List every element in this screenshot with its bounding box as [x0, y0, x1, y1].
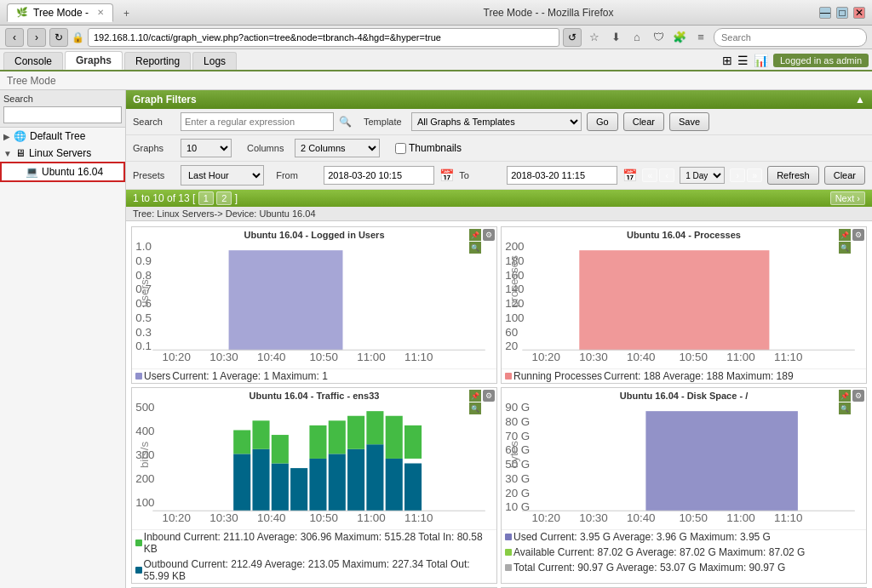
browser-tab[interactable]: 🌿 Tree Mode - ✕: [7, 3, 113, 22]
legend-current-1: Current: 188 Average: 188 Maximum: 189: [604, 370, 794, 382]
svg-text:10:40: 10:40: [257, 351, 285, 363]
chart-icon[interactable]: 📊: [754, 54, 768, 67]
chart-actions-1: 📌 🔍: [839, 229, 851, 254]
tree-path-label: Tree: Linux Servers-> Device: Ubuntu 16.…: [126, 207, 872, 221]
next-page-button[interactable]: Next ›: [830, 191, 865, 205]
prev-prev-button[interactable]: «: [642, 168, 657, 182]
graph-filters-header: Graph Filters ▲: [126, 90, 872, 109]
menu-icon[interactable]: ≡: [691, 28, 710, 47]
sidebar-item-linux-servers[interactable]: ▼ 🖥 Linux Servers: [0, 145, 125, 162]
clear2-button[interactable]: Clear: [824, 166, 865, 185]
from-date-input[interactable]: [324, 166, 434, 185]
go-button[interactable]: Go: [587, 112, 618, 131]
pin-btn-2[interactable]: 📌: [469, 390, 481, 402]
template-label: Template: [364, 117, 406, 127]
calendar-to-icon[interactable]: 📅: [622, 168, 637, 182]
close-button[interactable]: ✕: [853, 7, 865, 19]
svg-text:400: 400: [135, 425, 154, 437]
svg-text:11:10: 11:10: [774, 511, 802, 524]
next-next-button[interactable]: »: [747, 168, 762, 182]
minimize-button[interactable]: —: [819, 7, 831, 19]
refresh-button[interactable]: ↻: [49, 28, 68, 47]
svg-text:80 G: 80 G: [505, 415, 530, 428]
svg-text:100: 100: [505, 311, 524, 324]
maximize-button[interactable]: □: [836, 7, 848, 19]
forward-button[interactable]: ›: [27, 28, 46, 47]
reload-icon[interactable]: ↺: [563, 28, 582, 47]
svg-rect-44: [329, 454, 346, 511]
clear-button[interactable]: Clear: [623, 112, 664, 131]
search-filter-input[interactable]: [181, 112, 334, 131]
sidebar-item-ubuntu[interactable]: 💻 Ubuntu 16.04: [0, 162, 125, 182]
svg-text:30 G: 30 G: [505, 472, 530, 485]
extension-icon[interactable]: 🧩: [670, 28, 689, 47]
home-icon[interactable]: ⌂: [628, 28, 646, 47]
chart-disk-space-root: Ubuntu 16.04 - Disk Space - / 📌 🔍 ⚙ 90 G…: [501, 387, 867, 584]
tab-close-icon[interactable]: ✕: [97, 8, 104, 17]
sidebar-item-default-tree[interactable]: ▶ 🌐 Default Tree: [0, 128, 125, 145]
zoom-btn-0[interactable]: 🔍: [469, 242, 481, 254]
svg-text:11:00: 11:00: [726, 351, 754, 363]
svg-rect-53: [329, 420, 346, 454]
zoom-btn-1[interactable]: 🔍: [839, 242, 851, 254]
collapse-icon[interactable]: ▲: [855, 94, 865, 106]
pin-btn-3[interactable]: 📌: [839, 390, 851, 402]
tab-reporting[interactable]: Reporting: [124, 52, 191, 70]
tab-logs[interactable]: Logs: [192, 52, 237, 70]
next-button[interactable]: ›: [730, 168, 745, 182]
interval-select[interactable]: 1 Day: [680, 167, 725, 184]
list-icon[interactable]: ☰: [737, 54, 749, 67]
tab-label: Tree Mode -: [33, 7, 89, 19]
graphs-select[interactable]: 10: [181, 139, 232, 157]
download-icon[interactable]: ⬇: [606, 28, 625, 47]
chart-legend-2: Inbound Current: 211.10 Average: 306.96 …: [132, 529, 496, 583]
search-icon[interactable]: 🔍: [339, 116, 352, 128]
legend-item-0-0: Users Current: 1 Average: 1 Maximum: 1: [135, 370, 328, 382]
back-button[interactable]: ‹: [5, 28, 24, 47]
tab-console[interactable]: Console: [3, 52, 63, 70]
new-tab-button[interactable]: +: [117, 4, 136, 21]
tree-label-ubuntu: Ubuntu 16.04: [42, 166, 103, 178]
bookmark-icon[interactable]: ☆: [585, 28, 604, 47]
svg-text:10:30: 10:30: [579, 511, 607, 524]
save-button[interactable]: Save: [669, 112, 709, 131]
chart-settings-3[interactable]: ⚙: [852, 390, 864, 402]
shield-icon[interactable]: 🛡: [649, 28, 668, 47]
svg-text:0.3: 0.3: [135, 326, 152, 339]
tab-graphs[interactable]: Graphs: [65, 51, 123, 70]
pin-btn-1[interactable]: 📌: [839, 229, 851, 241]
page-1-link[interactable]: 1: [198, 191, 214, 205]
chart-settings-0[interactable]: ⚙: [483, 229, 495, 241]
pin-btn-0[interactable]: 📌: [469, 229, 481, 241]
preset-select[interactable]: Last Hour: [181, 165, 264, 186]
chart-settings-1[interactable]: ⚙: [852, 229, 864, 241]
chart-grid: Ubuntu 16.04 - Logged in Users 📌 🔍 ⚙ 1.0…: [126, 221, 872, 588]
toggle-icons[interactable]: ⊞: [722, 54, 732, 67]
zoom-btn-2[interactable]: 🔍: [469, 402, 481, 414]
zoom-btn-3[interactable]: 🔍: [839, 402, 851, 414]
svg-text:500: 500: [135, 402, 154, 414]
tree-icon-ubuntu: 💻: [26, 166, 38, 178]
close-icon: ✕: [855, 7, 863, 19]
tab-console-label: Console: [14, 55, 52, 67]
to-date-input[interactable]: [507, 166, 617, 185]
svg-text:60: 60: [505, 326, 518, 339]
prev-button[interactable]: ‹: [659, 168, 674, 182]
maximize-icon: □: [839, 7, 845, 19]
page-2-link[interactable]: 2: [216, 191, 232, 205]
template-select[interactable]: All Graphs & Templates: [411, 112, 582, 131]
tree-arrow-collapse: ▼: [3, 149, 12, 158]
svg-text:0.9: 0.9: [135, 254, 152, 267]
sidebar-search-input[interactable]: [3, 106, 122, 123]
svg-text:10:50: 10:50: [679, 511, 707, 524]
refresh-button[interactable]: Refresh: [767, 166, 819, 185]
columns-label: Columns: [247, 143, 290, 153]
url-input[interactable]: [88, 28, 559, 47]
columns-select[interactable]: 2 Columns: [295, 139, 380, 157]
chart-settings-2[interactable]: ⚙: [483, 390, 495, 402]
chart-traffic: Ubuntu 16.04 - Traffic - ens33 📌 🔍 ⚙ 500…: [131, 387, 497, 584]
browser-search-input[interactable]: [714, 28, 867, 47]
calendar-from-icon[interactable]: 📅: [439, 168, 454, 182]
thumbnails-checkbox[interactable]: [395, 143, 406, 154]
tree-arrow-expand: ▶: [3, 132, 10, 141]
